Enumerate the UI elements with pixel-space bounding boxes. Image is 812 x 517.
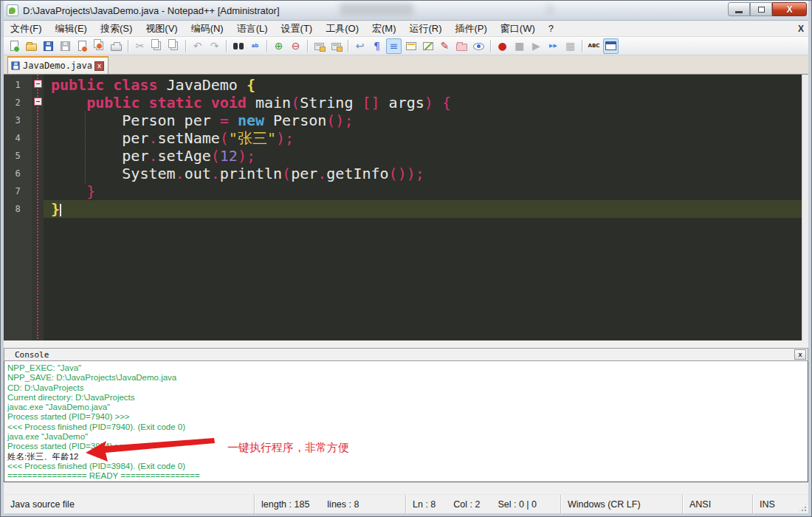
close-all-icon [94,39,101,48]
close-all-button[interactable] [92,38,107,54]
toolbar: ✂↶↷ab⊕⊖↩¶≡✎●■▶▶▶▦ABC [4,37,808,55]
print-button[interactable] [109,38,124,54]
console-line: NPP_SAVE: D:\JavaProjects\JavaDemo.java [7,373,808,383]
new-file-button[interactable] [7,38,22,54]
window-resize-grip[interactable] [798,503,808,513]
open-file-button[interactable] [24,38,39,54]
show-all-chars-button[interactable]: ¶ [369,38,385,54]
edit-popup-button[interactable]: ✎ [437,38,453,54]
doc-map-button[interactable] [403,38,419,54]
annotation-arrow [84,436,219,463]
console-icon [605,41,616,50]
menu-item-2[interactable]: 搜索(S) [94,21,139,37]
sync-horizontal-button[interactable] [328,38,344,54]
menu-item-12[interactable]: ? [542,21,560,37]
save-all-icon [61,41,70,51]
restore-icon [758,7,765,13]
spell-check-button[interactable]: ABC [586,38,602,54]
fold-cell [32,112,44,129]
fold-cell [32,200,44,218]
restore-button[interactable] [750,2,772,16]
annotation-text: 一键执行程序，非常方便 [227,441,349,455]
code-line-3: Person per = new Person(); [44,112,802,129]
play-macro-button[interactable]: ▶ [529,38,544,54]
editor-scrollbar[interactable] [802,75,808,340]
console-close-icon[interactable]: x [794,349,806,360]
close-button[interactable] [75,38,90,54]
console-line: javac.exe "JavaDemo.java" [7,403,808,412]
close-icon: X [786,4,792,15]
fold-collapse-icon[interactable] [34,80,42,88]
function-list-button[interactable] [420,38,436,54]
status-cursor: Ln : 8 Col : 2 Sel : 0 | 0 [405,495,560,513]
fold-collapse-icon[interactable] [34,97,42,106]
paste-button[interactable] [166,38,182,54]
menu-item-4[interactable]: 编码(N) [185,21,230,37]
code-line-5: per.setAge(12); [44,147,802,165]
console-button[interactable] [603,38,619,54]
status-insert-mode[interactable]: INS [752,495,808,513]
stop-macro-button[interactable]: ■ [512,38,527,54]
status-eol[interactable]: Windows (CR LF) [560,495,682,513]
console-line: Process started (PID=7940) >>> [7,412,808,422]
save-macro-button[interactable]: ▦ [562,38,578,54]
close-button[interactable]: X [772,2,807,16]
menu-item-11[interactable]: 窗口(W) [494,21,542,37]
console-output[interactable]: NPP_EXEC: "Java"NPP_SAVE: D:\JavaProject… [4,361,808,482]
word-wrap-icon: ↩ [356,41,365,51]
cut-button[interactable]: ✂ [132,38,148,54]
redo-button[interactable]: ↷ [207,38,222,54]
menu-item-5[interactable]: 语言(L) [230,21,275,37]
minimize-button[interactable] [728,2,750,16]
console-line: CD: D:\JavaProjects [7,383,808,393]
toolbar-separator [226,40,227,52]
window-title: D:\JavaProjects\JavaDemo.java - Notepad+… [23,5,280,16]
code-area[interactable]: public class JavaDemo { public static vo… [44,75,802,340]
zoom-out-button[interactable]: ⊖ [288,38,303,54]
status-sel: Sel : 0 | 0 [498,499,537,510]
menu-item-10[interactable]: 插件(P) [449,21,494,37]
tab-close-icon[interactable]: x [94,61,104,71]
copy-button[interactable] [149,38,165,54]
run-macro-multi-icon: ▶▶ [549,41,557,51]
code-line-7: } [44,182,802,200]
console-panel-header[interactable]: Console x [4,348,808,361]
file-monitoring-icon [473,43,484,50]
panel-splitter[interactable] [4,340,808,348]
copy-icon [151,39,159,48]
zoom-in-button[interactable]: ⊕ [271,38,286,54]
save-all-button[interactable] [58,38,73,54]
replace-button[interactable]: ab [247,38,263,54]
undo-button[interactable]: ↶ [190,38,205,54]
editor[interactable]: 12345678 public class JavaDemo { public … [4,75,808,340]
menu-item-8[interactable]: 宏(M) [365,21,403,37]
close-icon [78,41,86,51]
save-button[interactable] [41,38,56,54]
menu-item-3[interactable]: 视图(V) [139,21,184,37]
tab-javademo[interactable]: JavaDemo.java x [7,56,109,74]
menubar-close-icon[interactable]: X [798,21,804,37]
console-panel-title: Console [4,350,49,360]
folder-workspace-button[interactable] [454,38,469,54]
menu-item-0[interactable]: 文件(F) [4,21,49,37]
sync-vertical-button[interactable] [312,38,327,54]
find-button[interactable] [230,38,246,54]
status-encoding[interactable]: ANSI [682,495,752,513]
play-macro-icon: ▶ [532,41,540,51]
menu-item-6[interactable]: 设置(T) [275,21,320,37]
console-gap [4,482,808,494]
notepadpp-window: D:\JavaProjects\JavaDemo.java - Notepad+… [0,0,812,517]
function-list-icon [423,42,433,50]
save-icon [44,41,53,51]
menu-item-1[interactable]: 编辑(E) [49,21,94,37]
file-monitoring-button[interactable] [471,38,486,54]
menu-item-7[interactable]: 工具(O) [319,21,365,37]
menu-item-9[interactable]: 运行(R) [402,21,448,37]
console-line: <<< Process finished (PID=7940). (Exit c… [7,422,808,432]
run-macro-multi-button[interactable]: ▶▶ [546,38,561,54]
word-wrap-button[interactable]: ↩ [352,38,368,54]
line-number: 8 [4,200,32,218]
sync-vertical-icon [314,43,324,50]
indent-guide-button[interactable]: ≡ [386,38,402,54]
record-macro-button[interactable]: ● [495,38,510,54]
